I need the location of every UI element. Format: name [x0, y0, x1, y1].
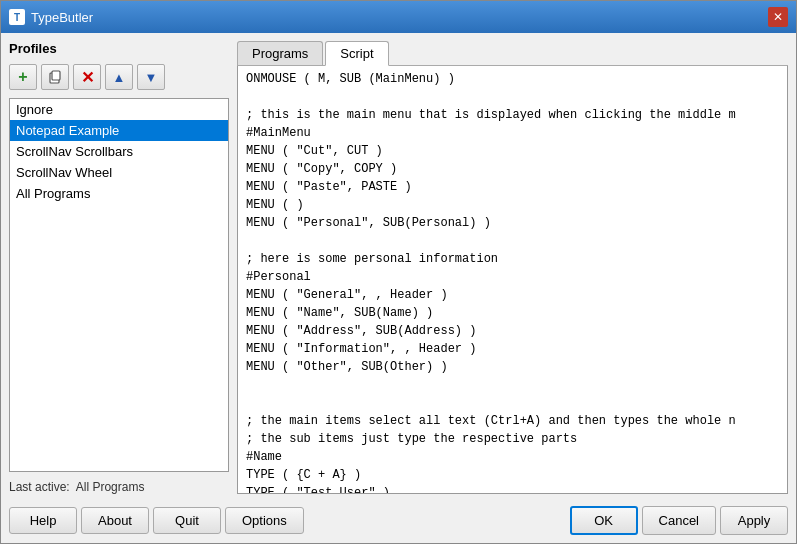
add-profile-button[interactable]: + — [9, 64, 37, 90]
left-panel: Profiles + ✕ ▲ ▼ Ignore Notepad Exa — [9, 41, 229, 494]
last-active-info: Last active: All Programs — [9, 480, 229, 494]
script-text: ONMOUSE ( M, SUB (MainMenu) ) ; this is … — [238, 66, 787, 494]
app-icon: T — [9, 9, 25, 25]
tab-programs[interactable]: Programs — [237, 41, 323, 65]
tab-bar: Programs Script — [237, 41, 788, 66]
window-title: TypeButler — [31, 10, 93, 25]
quit-button[interactable]: Quit — [153, 507, 221, 534]
cancel-button[interactable]: Cancel — [642, 506, 716, 535]
delete-profile-button[interactable]: ✕ — [73, 64, 101, 90]
right-panel: Programs Script ONMOUSE ( M, SUB (MainMe… — [237, 41, 788, 494]
script-editor[interactable]: ONMOUSE ( M, SUB (MainMenu) ) ; this is … — [237, 66, 788, 494]
last-active-value: All Programs — [76, 480, 145, 494]
last-active-label: Last active: — [9, 480, 70, 494]
close-button[interactable]: ✕ — [768, 7, 788, 27]
bottom-left-buttons: Help About Quit Options — [9, 507, 304, 534]
move-up-button[interactable]: ▲ — [105, 64, 133, 90]
options-button[interactable]: Options — [225, 507, 304, 534]
tab-script[interactable]: Script — [325, 41, 388, 66]
ok-button[interactable]: OK — [570, 506, 638, 535]
svg-rect-1 — [52, 71, 60, 80]
main-content: Profiles + ✕ ▲ ▼ Ignore Notepad Exa — [9, 41, 788, 494]
apply-button[interactable]: Apply — [720, 506, 788, 535]
main-window: T TypeButler ✕ Profiles + ✕ ▲ — [0, 0, 797, 544]
help-button[interactable]: Help — [9, 507, 77, 534]
profile-item-scrollnav-wheel[interactable]: ScrollNav Wheel — [10, 162, 228, 183]
profile-item-all-programs[interactable]: All Programs — [10, 183, 228, 204]
title-bar: T TypeButler ✕ — [1, 1, 796, 33]
window-body: Profiles + ✕ ▲ ▼ Ignore Notepad Exa — [1, 33, 796, 543]
copy-profile-button[interactable] — [41, 64, 69, 90]
bottom-bar: Help About Quit Options OK Cancel Apply — [9, 502, 788, 535]
about-button[interactable]: About — [81, 507, 149, 534]
profile-item-ignore[interactable]: Ignore — [10, 99, 228, 120]
profile-list: Ignore Notepad Example ScrollNav Scrollb… — [9, 98, 229, 472]
profile-item-notepad[interactable]: Notepad Example — [10, 120, 228, 141]
bottom-right-buttons: OK Cancel Apply — [570, 506, 788, 535]
move-down-button[interactable]: ▼ — [137, 64, 165, 90]
profiles-toolbar: + ✕ ▲ ▼ — [9, 64, 229, 90]
profile-item-scrollnav-scrollbars[interactable]: ScrollNav Scrollbars — [10, 141, 228, 162]
profiles-title: Profiles — [9, 41, 229, 56]
